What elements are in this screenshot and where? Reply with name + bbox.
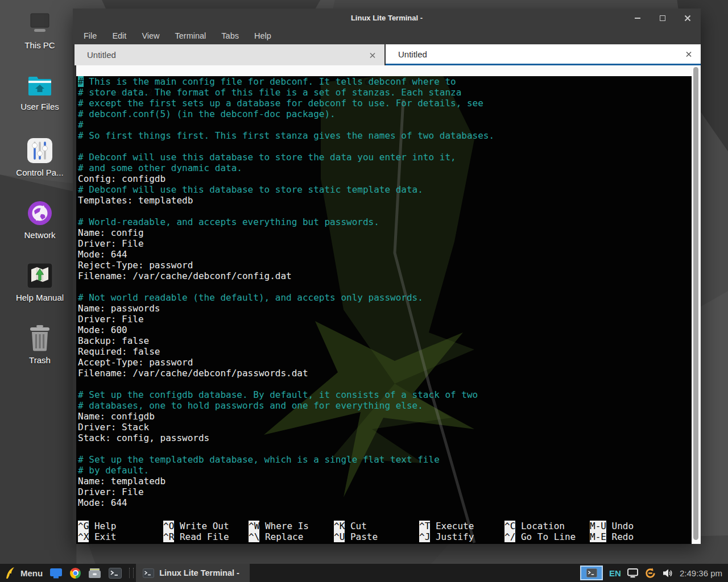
terminal-line: # by default. bbox=[78, 465, 692, 476]
desktop-icon-control-panel[interactable]: Control Pa... bbox=[5, 138, 75, 177]
terminal-line: # store data. The format of this file is… bbox=[78, 87, 692, 98]
terminal-line: Filename: /var/cache/debconf/config.dat bbox=[78, 271, 692, 281]
shortcut-key: ^X bbox=[78, 531, 89, 542]
desktop-icon-label: This PC bbox=[24, 40, 55, 50]
shortcut-item: ^O Write Out bbox=[163, 521, 249, 531]
shortcut-item: ^T Execute bbox=[419, 521, 504, 531]
tab-close-button[interactable] bbox=[686, 49, 692, 59]
terminal-line: Mode: 644 bbox=[78, 249, 692, 260]
shortcut-key: M-U bbox=[590, 521, 606, 531]
shortcut-item: ^R Read File bbox=[163, 531, 249, 542]
maximize-button[interactable] bbox=[659, 14, 667, 22]
menu-help[interactable]: Help bbox=[254, 31, 271, 40]
menu-bar: File Edit View Terminal Tabs Help bbox=[73, 27, 701, 44]
shortcut-item: ^/ Go To Line bbox=[504, 531, 590, 542]
terminal-line: # Set up the templatedb database, which … bbox=[78, 454, 692, 465]
desktop-icon-label: Help Manual bbox=[16, 293, 64, 302]
updates-tray-button[interactable] bbox=[644, 564, 656, 582]
terminal-line: # Set up the configdb database. By defau… bbox=[78, 389, 692, 400]
display-settings-tray-button[interactable] bbox=[627, 564, 638, 582]
file-manager-launcher[interactable] bbox=[88, 564, 101, 582]
window-titlebar[interactable]: Linux Lite Terminal - bbox=[73, 9, 701, 27]
maximize-icon bbox=[660, 15, 665, 21]
close-icon bbox=[684, 15, 691, 22]
desktop-icon-label: User Files bbox=[20, 102, 59, 111]
terminal-line: Templates: templatedb bbox=[78, 195, 692, 206]
menu-terminal[interactable]: Terminal bbox=[175, 31, 206, 40]
terminal-screen[interactable]: /etc/debconf.conf GNU nano 7.2 # This is… bbox=[76, 65, 692, 544]
shortcut-label: Justify bbox=[430, 531, 474, 542]
terminal-line: Name: passwords bbox=[78, 303, 692, 314]
desktop-icon-this-pc[interactable]: This PC bbox=[5, 13, 75, 50]
text-cursor: # bbox=[78, 76, 84, 87]
speaker-icon bbox=[663, 568, 673, 578]
terminal-line: # This is the main config file for debco… bbox=[78, 76, 692, 87]
terminal-line: Reject-Type: password bbox=[78, 260, 692, 271]
terminal-line: # Debconf will use this database to stor… bbox=[78, 184, 692, 195]
shortcut-key: ^W bbox=[249, 521, 259, 531]
desktop-icon-user-files[interactable]: User Files bbox=[5, 75, 75, 111]
monitor-icon bbox=[627, 568, 638, 578]
shortcut-key: ^\ bbox=[249, 531, 259, 542]
show-desktop-button[interactable] bbox=[49, 564, 63, 582]
shortcut-label: Where Is bbox=[259, 521, 309, 531]
chrome-launcher[interactable] bbox=[70, 564, 81, 582]
terminal-icon bbox=[143, 568, 154, 578]
shortcut-label: Paste bbox=[345, 531, 378, 542]
start-menu-button[interactable]: Menu bbox=[5, 564, 49, 582]
terminal-line: # debconf.conf(5) (in the debconf-doc pa… bbox=[78, 109, 692, 119]
shortcut-row: ^G Help^O Write Out^W Where Is^K Cut^T E… bbox=[78, 521, 692, 531]
tab-bar: Untitled Untitled bbox=[73, 44, 701, 65]
terminal-line: Mode: 644 bbox=[78, 497, 692, 508]
keyboard-layout-indicator[interactable]: EN bbox=[609, 568, 621, 578]
scrollbar-thumb[interactable] bbox=[693, 67, 698, 540]
shortcut-label: Go To Line bbox=[515, 531, 576, 542]
desktop-icon-label: Trash bbox=[29, 355, 51, 365]
menu-tabs[interactable]: Tabs bbox=[221, 31, 239, 40]
shortcut-key: M-E bbox=[590, 531, 606, 542]
tab-untitled-1[interactable]: Untitled bbox=[75, 44, 384, 65]
desktop-icon-trash[interactable]: Trash bbox=[5, 325, 75, 365]
close-button[interactable] bbox=[684, 14, 692, 22]
trash-can-icon bbox=[28, 325, 52, 351]
desktop: This PC User Files Control Pa... bbox=[0, 0, 728, 582]
tab-untitled-2[interactable]: Untitled bbox=[386, 44, 701, 65]
terminal-line: Accept-Type: password bbox=[78, 357, 692, 368]
terminal-launcher[interactable] bbox=[109, 564, 122, 582]
linux-lite-feather-icon bbox=[5, 567, 16, 579]
terminal-line: # and some other dynamic data. bbox=[78, 163, 692, 173]
shortcut-label: Write Out bbox=[174, 521, 229, 531]
menu-edit[interactable]: Edit bbox=[112, 31, 126, 40]
shortcut-label: Help bbox=[89, 521, 116, 531]
menu-file[interactable]: File bbox=[84, 31, 97, 40]
shortcut-item: ^\ Replace bbox=[249, 531, 334, 542]
taskbar-window-button[interactable]: Linux Lite Terminal - bbox=[136, 564, 250, 582]
clock[interactable]: 2:49:36 pm bbox=[680, 568, 722, 578]
terminal-window: Linux Lite Terminal - File Edit View Ter… bbox=[73, 9, 701, 544]
minimize-icon bbox=[635, 18, 640, 19]
sliders-icon bbox=[27, 138, 53, 164]
desktop-icon-network[interactable]: Network bbox=[5, 200, 75, 240]
minimize-button[interactable] bbox=[634, 14, 642, 22]
shortcut-key: ^J bbox=[419, 531, 430, 542]
tab-close-button[interactable] bbox=[370, 50, 375, 60]
terminal-line: Stack: config, passwords bbox=[78, 433, 692, 443]
terminal-line: Driver: File bbox=[78, 314, 692, 325]
tray-terminal-button[interactable] bbox=[580, 566, 603, 580]
terminal-line: Name: config bbox=[78, 227, 692, 238]
taskbar: Menu bbox=[0, 564, 728, 582]
terminal-text[interactable]: # This is the main config file for debco… bbox=[76, 76, 692, 508]
scrollbar[interactable] bbox=[692, 65, 701, 544]
terminal-line: Name: configdb bbox=[78, 411, 692, 422]
terminal-view[interactable]: /etc/debconf.conf GNU nano 7.2 # This is… bbox=[73, 65, 701, 544]
menu-view[interactable]: View bbox=[142, 31, 159, 40]
desktop-icon-help-manual[interactable]: Help Manual bbox=[5, 263, 75, 302]
shortcut-item: M-U Undo bbox=[590, 521, 692, 531]
terminal-line: Driver: Stack bbox=[78, 422, 692, 433]
taskbar-separator bbox=[129, 568, 134, 578]
shortcut-item: M-E Redo bbox=[590, 531, 692, 542]
shortcut-label: Read File bbox=[174, 531, 229, 542]
taskbar-window-label: Linux Lite Terminal - bbox=[159, 568, 239, 577]
shortcut-key: ^/ bbox=[504, 531, 515, 542]
volume-tray-button[interactable] bbox=[663, 564, 673, 582]
